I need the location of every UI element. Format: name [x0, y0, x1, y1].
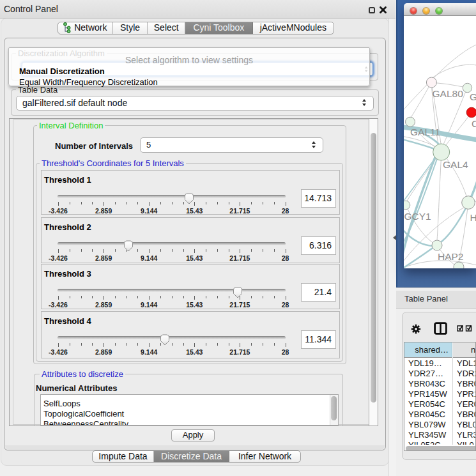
- svg-text:H: H: [470, 212, 476, 223]
- svg-text:GAL4: GAL4: [443, 159, 468, 170]
- svg-text:GCY1: GCY1: [404, 211, 431, 222]
- svg-text:GA: GA: [470, 91, 476, 102]
- svg-text:HAP2: HAP2: [438, 251, 464, 262]
- svg-text:GAL11: GAL11: [410, 127, 440, 137]
- svg-text:CY: CY: [472, 118, 476, 129]
- svg-text:GAL80: GAL80: [433, 88, 464, 99]
